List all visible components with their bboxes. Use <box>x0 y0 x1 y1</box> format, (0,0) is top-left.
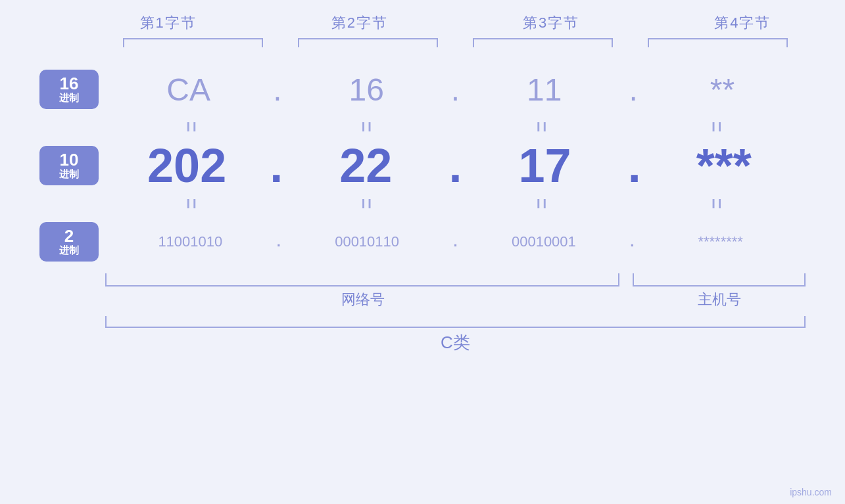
hex-value-3: 11 <box>527 72 562 107</box>
class-bracket <box>105 316 806 328</box>
dec-value-4: *** <box>696 139 752 192</box>
byte3-header: 第3字节 <box>456 13 647 33</box>
dec-cell-2: 22 <box>284 139 447 193</box>
equals-row-1: II II II II <box>105 116 806 139</box>
bin-cells: 11001010 . 00010110 . 00010001 . *******… <box>105 233 806 250</box>
bracket-byte1 <box>105 38 280 50</box>
label-gap <box>621 290 634 309</box>
network-bracket <box>105 273 619 286</box>
bin-value-1: 11001010 <box>158 233 222 250</box>
bin-label: 2 进制 <box>39 222 99 262</box>
dec-cells: 202 . 22 . 17 . *** <box>105 139 806 193</box>
hex-cells: CA . 16 . 11 . ** <box>105 72 806 108</box>
dec-cell-3: 17 <box>464 139 627 193</box>
equals-row-2: II II II II <box>105 193 806 216</box>
hex-label-text: 进制 <box>59 92 79 104</box>
top-brackets <box>105 38 806 50</box>
dec-label-text: 进制 <box>59 168 79 180</box>
hex-dot-3: . <box>627 72 639 108</box>
bin-value-3: 00010001 <box>512 233 576 250</box>
bin-cell-3: 00010001 <box>459 233 629 250</box>
bin-cell-4: ******** <box>635 233 806 250</box>
bin-value-4: ******** <box>698 233 743 250</box>
dec-cell-1: 202 <box>105 139 268 193</box>
bin-cell-1: 11001010 <box>105 233 276 250</box>
eq2-cell4: II <box>631 196 806 212</box>
dec-dot-1: . <box>268 139 284 193</box>
bracket-byte2 <box>280 38 455 50</box>
eq2-cell1: II <box>105 196 280 212</box>
byte-headers: 第1字节 第2字节 第3字节 第4字节 <box>72 13 838 33</box>
bottom-labels: 网络号 主机号 <box>105 290 806 309</box>
hex-value-4: ** <box>710 72 735 107</box>
eq1-cell2: II <box>280 120 455 135</box>
watermark: ipshu.com <box>790 487 832 497</box>
bin-label-text: 进制 <box>59 244 79 256</box>
dec-dot-3: . <box>627 139 642 193</box>
bin-label-num: 2 <box>64 227 74 244</box>
dec-row: 10 进制 202 . 22 . 17 . *** <box>39 139 806 193</box>
main-container: 第1字节 第2字节 第3字节 第4字节 16 进制 CA . 16 . 11 <box>0 0 845 504</box>
hex-value-1: CA <box>166 72 210 107</box>
dec-label-num: 10 <box>60 151 79 168</box>
bin-dot-1: . <box>276 233 282 250</box>
hex-label-num: 16 <box>60 75 79 92</box>
dec-cell-4: *** <box>642 139 806 193</box>
dec-value-1: 202 <box>147 139 226 192</box>
eq1-cell1: II <box>105 120 280 135</box>
bin-cell-2: 00010110 <box>282 233 452 250</box>
dec-label: 10 进制 <box>39 146 99 185</box>
dec-value-3: 17 <box>519 139 571 192</box>
hex-cell-1: CA <box>105 72 272 108</box>
dec-value-2: 22 <box>339 139 392 192</box>
hex-row: 16 进制 CA . 16 . 11 . ** <box>39 63 806 116</box>
bracket-gap <box>619 273 633 286</box>
hex-dot-1: . <box>272 72 283 108</box>
bin-dot-3: . <box>629 233 635 250</box>
hex-label: 16 进制 <box>39 70 99 109</box>
eq1-cell4: II <box>631 120 806 135</box>
host-bracket <box>633 273 806 286</box>
bracket-byte4 <box>631 38 806 50</box>
eq2-cell3: II <box>456 196 631 212</box>
byte2-header: 第2字节 <box>264 13 455 33</box>
byte4-header: 第4字节 <box>647 13 838 33</box>
network-label: 网络号 <box>105 290 621 309</box>
bottom-brackets <box>105 273 806 286</box>
class-label: C类 <box>105 331 806 354</box>
hex-cell-2: 16 <box>283 72 450 108</box>
bin-dot-2: . <box>452 233 458 250</box>
bin-row: 2 进制 11001010 . 00010110 . 00010001 . **… <box>39 216 806 268</box>
hex-value-2: 16 <box>349 72 384 107</box>
hex-cell-3: 11 <box>461 72 627 108</box>
byte1-header: 第1字节 <box>72 13 264 33</box>
dec-dot-2: . <box>447 139 463 193</box>
bin-value-2: 00010110 <box>335 233 399 250</box>
host-label: 主机号 <box>634 290 806 309</box>
bracket-byte3 <box>456 38 631 50</box>
hex-dot-2: . <box>450 72 461 108</box>
eq2-cell2: II <box>280 196 455 212</box>
eq1-cell3: II <box>456 120 631 135</box>
hex-cell-4: ** <box>639 72 806 108</box>
